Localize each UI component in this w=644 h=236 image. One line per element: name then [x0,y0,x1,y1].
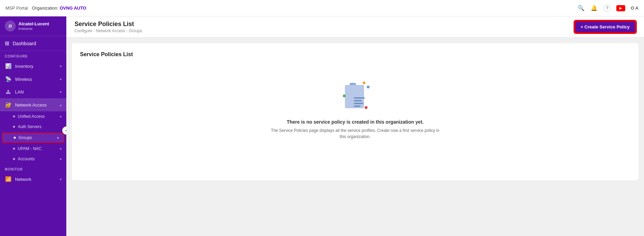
network-chevron: ▾ [60,177,62,181]
top-header: MSP Portal Organization: OVNG AUTO 🔍 🔔 ?… [0,0,644,16]
sidebar-item-network-access[interactable]: 🔐 Network Access ▴ [0,98,66,111]
breadcrumb: Configure - Network Access - Groups [75,28,142,33]
dashboard-label: Dashboard [13,41,36,46]
clip-line-2 [354,100,362,101]
section-monitor: MONITOR [0,164,66,173]
user-avatar[interactable]: O A [631,5,639,11]
lan-chevron: ▾ [60,90,62,94]
breadcrumb-sep1: - [93,28,96,33]
groups-wrapper: Groups ▾ ➤ MAC Groups IP Groups Service … [0,132,66,144]
wireless-label: Wireless [15,77,56,82]
page-title-block: Service Policies List Configure - Networ… [75,21,142,33]
logo-area: n Alcatel-Lucent Enterprise [0,16,66,36]
msp-portal-link[interactable]: MSP Portal [5,5,28,11]
groups-dot [14,137,16,139]
sidebar-item-dashboard[interactable]: ⊞ Dashboard [0,36,66,51]
clipboard-lines [354,97,365,107]
breadcrumb-network-access[interactable]: Network Access [96,28,125,33]
sidebar-item-unified-access[interactable]: Unified Access ▾ [0,111,66,122]
brand-sub: Enterprise [18,27,49,31]
accounts-chevron: ▾ [60,157,62,161]
lan-label: LAN [15,89,56,95]
section-configure: CONFIGURE [0,51,66,60]
sidebar-item-upam-nac[interactable]: UPAM - NAC ▾ [0,144,66,154]
brand-name: Alcatel-Lucent [18,21,49,27]
wireless-chevron: ▾ [60,77,62,81]
groups-label: Groups [18,135,32,140]
header-right: 🔍 🔔 ? ▶ O A [577,4,639,12]
sidebar-item-network[interactable]: 📶 Network ▾ [0,173,66,186]
empty-illustration [338,78,372,112]
network-icon: 📶 [5,176,12,182]
org-label: Organization: OVNG AUTO [32,5,86,11]
bell-icon[interactable]: 🔔 [590,4,598,12]
dot-red [365,106,367,109]
breadcrumb-groups[interactable]: Groups [129,28,142,33]
network-access-label: Network Access [15,102,56,108]
sidebar-item-inventory[interactable]: 📊 Inventory ▾ [0,60,66,73]
main-layout: n Alcatel-Lucent Enterprise ◀ ⊞ Dashboar… [0,16,644,236]
accounts-label: Accounts [18,157,35,161]
inventory-icon: 📊 [5,63,12,69]
inventory-label: Inventory [15,64,56,69]
logo-text: Alcatel-Lucent Enterprise [18,21,49,31]
card-title: Service Policies List [80,51,630,58]
empty-state-desc: The Service Policies page displays all t… [270,127,441,140]
inventory-chevron: ▾ [60,64,62,68]
breadcrumb-sep2: - [126,28,129,33]
auth-servers-dot [13,126,15,128]
org-name[interactable]: OVNG AUTO [59,5,86,11]
help-icon[interactable]: ? [603,4,611,12]
clip-line-3 [354,103,363,104]
auth-servers-label: Auth Servers [18,124,41,129]
dot-orange [363,82,365,84]
content-area: Service Policies List Configure - Networ… [66,16,644,236]
lan-icon: 🖧 [5,89,12,95]
sidebar: n Alcatel-Lucent Enterprise ◀ ⊞ Dashboar… [0,16,66,236]
breadcrumb-configure[interactable]: Configure [75,28,92,33]
sidebar-item-groups[interactable]: Groups ▾ ➤ [2,133,64,143]
page-header: Service Policies List Configure - Networ… [66,16,644,38]
sidebar-item-wireless[interactable]: 📡 Wireless ▾ [0,73,66,86]
empty-state-title: There is no service policy is created in… [287,119,424,125]
network-label: Network [15,177,56,182]
network-access-icon: 🔐 [5,102,12,108]
unified-access-dot [13,115,15,117]
page-title: Service Policies List [75,21,142,28]
upam-nac-label: UPAM - NAC [18,146,42,151]
logo-icon: n [5,21,16,32]
create-service-policy-button[interactable]: + Create Service Policy [575,21,636,33]
dot-green [343,95,346,97]
groups-chevron: ▾ [57,136,59,140]
empty-state: There is no service policy is created in… [80,64,630,153]
unified-access-label: Unified Access [18,114,45,119]
search-icon[interactable]: 🔍 [577,4,585,12]
unified-access-chevron: ▾ [60,115,62,119]
sidebar-item-auth-servers[interactable]: Auth Servers [0,122,66,132]
wireless-icon: 📡 [5,76,12,82]
upam-nac-chevron: ▾ [60,147,62,151]
accounts-dot [13,158,15,160]
page-content: Service Policies List [66,38,644,236]
clipboard-body [345,85,364,108]
content-card: Service Policies List [72,43,639,180]
sidebar-item-accounts[interactable]: Accounts ▾ [0,154,66,164]
upam-nac-dot [13,148,15,150]
clip-line-1 [354,97,365,99]
dot-blue [367,86,370,88]
dashboard-icon: ⊞ [5,40,9,47]
network-access-chevron: ▴ [60,103,62,107]
header-left: MSP Portal Organization: OVNG AUTO [5,5,86,11]
youtube-icon[interactable]: ▶ [616,5,625,11]
clip-line-4 [354,105,361,107]
sidebar-item-lan[interactable]: 🖧 LAN ▾ [0,86,66,98]
